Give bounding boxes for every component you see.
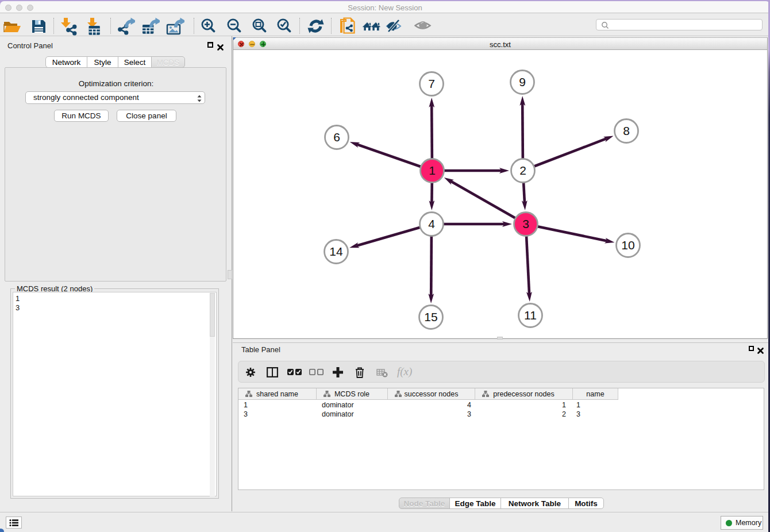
svg-text:8: 8 [623,124,630,137]
svg-text:2: 2 [519,164,526,177]
svg-text:3: 3 [522,217,529,230]
svg-text:1: 1 [429,164,436,177]
svg-text:15: 15 [424,310,437,323]
svg-text:4: 4 [428,217,435,230]
svg-text:7: 7 [428,77,435,90]
svg-text:10: 10 [621,238,634,252]
svg-text:11: 11 [524,309,537,322]
svg-text:6: 6 [333,130,340,144]
svg-text:14: 14 [329,245,343,258]
svg-text:9: 9 [519,75,526,88]
